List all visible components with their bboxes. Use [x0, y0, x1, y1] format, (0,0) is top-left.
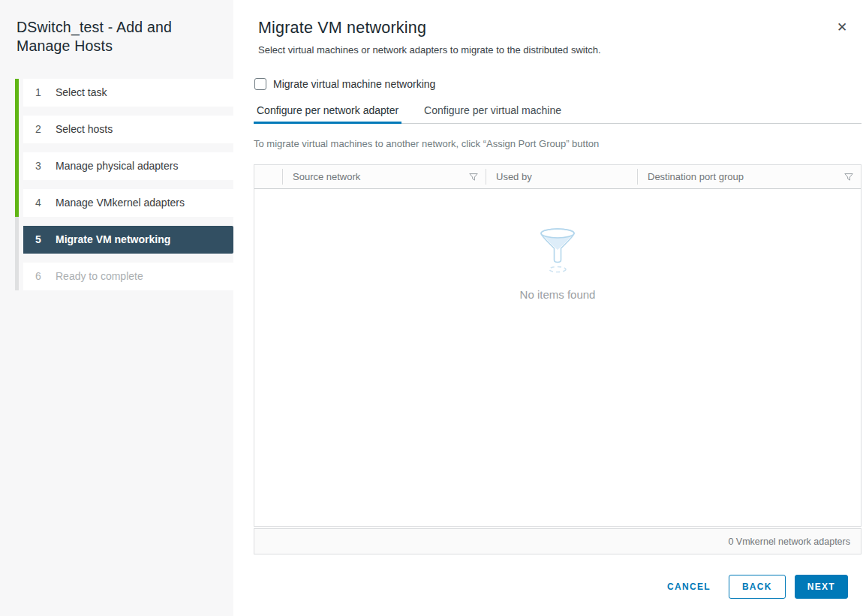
tab-configure-per-network-adapter[interactable]: Configure per network adapter	[254, 104, 401, 124]
empty-funnel-icon	[539, 266, 576, 278]
step-number: 3	[35, 160, 46, 172]
sidebar-step-select-hosts[interactable]: 2 Select hosts	[23, 116, 233, 143]
sidebar-step-select-task[interactable]: 1 Select task	[23, 79, 233, 107]
progress-rail-completed	[15, 79, 19, 217]
table-body: No items found	[254, 189, 861, 526]
wizard-sidebar: DSwitch_test - Add and Manage Hosts 1 Se…	[0, 0, 233, 616]
table-item-count: 0 Vmkernel network adapters	[728, 536, 850, 547]
migrate-networking-checkbox-row: Migrate virtual machine networking	[254, 78, 863, 90]
table-header-source-network[interactable]: Source network	[282, 165, 486, 188]
table-header-used-by[interactable]: Used by	[486, 165, 637, 188]
wizard-content: ✕ Migrate VM networking Select virtual m…	[233, 0, 863, 616]
back-button[interactable]: BACK	[729, 575, 786, 599]
step-number: 4	[35, 197, 46, 209]
step-label: Manage VMkernel adapters	[56, 197, 185, 209]
tab-bar: Configure per network adapter Configure …	[254, 104, 861, 124]
wizard-actions: CANCEL BACK NEXT	[233, 575, 848, 599]
migrate-networking-checkbox[interactable]	[254, 78, 266, 90]
sidebar-step-migrate-vm-networking[interactable]: 5 Migrate VM networking	[23, 226, 233, 254]
tab-configure-per-virtual-machine[interactable]: Configure per virtual machine	[421, 104, 564, 124]
step-number: 5	[35, 233, 46, 245]
sidebar-step-manage-vmkernel-adapters[interactable]: 4 Manage VMkernel adapters	[23, 189, 233, 217]
step-number: 1	[35, 86, 46, 98]
step-label: Migrate VM networking	[56, 233, 170, 245]
empty-state-text: No items found	[254, 288, 861, 301]
step-label: Ready to complete	[56, 270, 143, 282]
empty-state: No items found	[254, 227, 861, 301]
migrate-networking-checkbox-label: Migrate virtual machine networking	[273, 78, 435, 90]
table-footer: 0 Vmkernel network adapters	[254, 528, 861, 554]
table-header-row: Source network Used by Destination port …	[254, 165, 861, 189]
sidebar-step-manage-physical-adapters[interactable]: 3 Manage physical adapters	[23, 152, 233, 180]
filter-icon[interactable]	[469, 173, 478, 182]
sidebar-step-ready-to-complete: 6 Ready to complete	[23, 263, 233, 290]
table-header-selector-column	[254, 165, 282, 188]
network-adapters-table: Source network Used by Destination port …	[254, 164, 861, 527]
step-number: 6	[35, 270, 46, 282]
page-title: Migrate VM networking	[258, 19, 863, 38]
step-label: Select task	[56, 86, 107, 98]
wizard-steps: 1 Select task 2 Select hosts 3 Manage ph…	[0, 79, 233, 290]
page-subtitle: Select virtual machines or network adapt…	[258, 44, 863, 56]
migration-hint-text: To migrate virtual machines to another n…	[254, 138, 863, 149]
filter-icon[interactable]	[844, 173, 853, 182]
step-label: Select hosts	[56, 123, 113, 135]
progress-rail-remaining	[15, 217, 19, 290]
step-number: 2	[35, 123, 46, 135]
table-header-destination-port-group[interactable]: Destination port group	[637, 165, 861, 188]
next-button[interactable]: NEXT	[795, 575, 848, 599]
wizard-title: DSwitch_test - Add and Manage Hosts	[0, 0, 233, 56]
close-icon[interactable]: ✕	[833, 18, 851, 36]
step-label: Manage physical adapters	[56, 160, 178, 172]
cancel-button[interactable]: CANCEL	[658, 575, 720, 599]
